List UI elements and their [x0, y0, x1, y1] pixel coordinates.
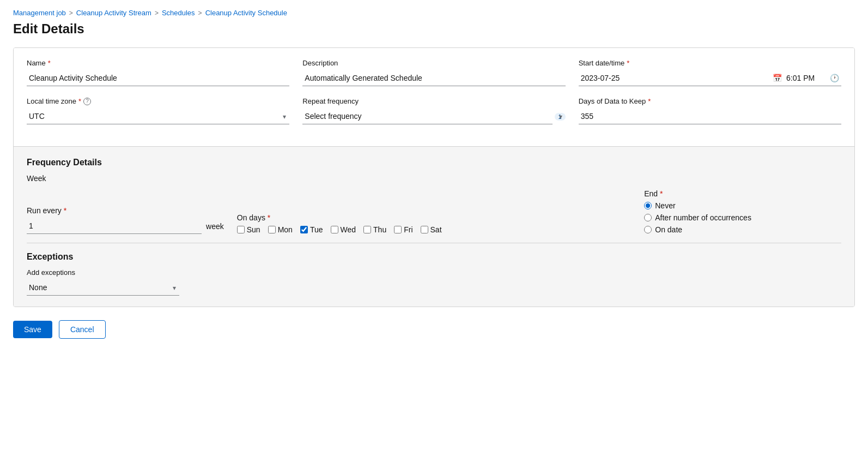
day-sun-checkbox[interactable]: [237, 226, 245, 233]
end-after-label: After number of occurrences: [655, 213, 751, 222]
freq-divider: [27, 243, 841, 243]
frequency-details-section: Frequency Details Week Run every * week …: [14, 147, 854, 307]
timezone-label: Local time zone * ?: [27, 97, 289, 105]
cancel-button[interactable]: Cancel: [59, 320, 106, 339]
end-option-on-date[interactable]: On date: [644, 225, 841, 234]
end-option-after[interactable]: After number of occurrences: [644, 213, 841, 222]
start-datetime-group: Start date/time * 📅 🕐: [579, 59, 841, 86]
exceptions-select-wrapper: None Daily Weekly ▾: [27, 280, 179, 296]
breadcrumb-schedules[interactable]: Schedules: [162, 9, 195, 17]
breadcrumb-sep-2: >: [155, 9, 159, 17]
timezone-select[interactable]: UTC US/Eastern US/Pacific US/Central: [27, 109, 289, 124]
days-required: *: [648, 97, 651, 105]
name-group: Name *: [27, 59, 289, 86]
day-tue-checkbox[interactable]: [300, 226, 308, 233]
breadcrumb-sep-3: >: [198, 9, 202, 17]
breadcrumb-cleanup-stream[interactable]: Cleanup Activity Stream: [76, 9, 151, 17]
days-of-data-group: Days of Data to Keep *: [579, 97, 841, 124]
repeat-frequency-group: Repeat frequency Select frequency Minute…: [302, 97, 565, 124]
end-group: End * Never After number of occurrences …: [644, 189, 841, 234]
day-mon[interactable]: Mon: [268, 225, 293, 234]
breadcrumb-sep-1: >: [69, 9, 73, 17]
day-fri[interactable]: Fri: [394, 225, 412, 234]
repeat-frequency-wrapper: Select frequency Minute Hour Day Week Mo…: [302, 109, 565, 124]
name-required: *: [48, 59, 51, 67]
exceptions-select[interactable]: None Daily Weekly: [27, 280, 179, 296]
end-options: Never After number of occurrences On dat…: [644, 201, 841, 234]
breadcrumb-current: Cleanup Activity Schedule: [205, 9, 287, 17]
day-sun-label: Sun: [247, 225, 260, 234]
end-never-label: Never: [655, 201, 675, 210]
save-button[interactable]: Save: [13, 321, 52, 338]
on-days-group: On days * Sun Mon Tue: [237, 213, 632, 234]
form-row-1: Name * Description Start date/time * 📅: [27, 59, 841, 86]
name-label: Name *: [27, 59, 289, 67]
run-row: Run every * week On days * Sun: [27, 189, 841, 234]
timezone-help-icon[interactable]: ?: [83, 98, 91, 105]
run-every-input[interactable]: [27, 218, 202, 234]
end-on-date-radio[interactable]: [644, 226, 652, 233]
end-on-date-label: On date: [655, 225, 682, 234]
exceptions-title: Exceptions: [27, 252, 841, 262]
day-thu-label: Thu: [373, 225, 386, 234]
day-wed-checkbox[interactable]: [331, 226, 338, 233]
add-exceptions-group: Add exceptions None Daily Weekly ▾: [27, 268, 179, 296]
run-every-unit: week: [206, 222, 224, 231]
add-exceptions-label: Add exceptions: [27, 268, 179, 277]
timezone-group: Local time zone * ? UTC US/Eastern US/Pa…: [27, 97, 289, 124]
days-checkboxes: Sun Mon Tue Wed: [237, 225, 632, 234]
start-datetime-label: Start date/time *: [579, 59, 841, 67]
description-group: Description: [302, 59, 565, 86]
end-option-never[interactable]: Never: [644, 201, 841, 210]
start-required: *: [627, 59, 629, 67]
day-sun[interactable]: Sun: [237, 225, 260, 234]
days-of-data-input[interactable]: [579, 109, 841, 124]
day-tue-label: Tue: [310, 225, 323, 234]
tz-required: *: [78, 97, 81, 105]
day-sat[interactable]: Sat: [421, 225, 442, 234]
day-thu-checkbox[interactable]: [363, 226, 371, 233]
day-sat-checkbox[interactable]: [421, 226, 428, 233]
run-every-group: Run every * week: [27, 206, 224, 234]
date-time-wrapper: 📅 🕐: [579, 70, 841, 86]
start-time-input[interactable]: [784, 70, 828, 86]
week-label: Week: [27, 174, 841, 183]
end-label: End *: [644, 189, 841, 198]
days-of-data-label: Days of Data to Keep *: [579, 97, 841, 105]
on-days-required: *: [268, 213, 270, 222]
run-every-label: Run every *: [27, 206, 224, 215]
day-wed-label: Wed: [341, 225, 356, 234]
run-every-input-row: week: [27, 218, 224, 234]
start-date-input[interactable]: [579, 70, 770, 86]
day-thu[interactable]: Thu: [363, 225, 386, 234]
day-mon-label: Mon: [278, 225, 293, 234]
day-tue[interactable]: Tue: [300, 225, 323, 234]
repeat-frequency-select[interactable]: Select frequency Minute Hour Day Week Mo…: [302, 109, 552, 124]
day-fri-checkbox[interactable]: [394, 226, 402, 233]
on-days-label: On days *: [237, 213, 632, 222]
frequency-badge: 1: [555, 113, 566, 121]
end-never-radio[interactable]: [644, 202, 652, 209]
actions-row: Save Cancel: [13, 320, 855, 339]
end-required: *: [660, 189, 663, 198]
breadcrumb: Management job > Cleanup Activity Stream…: [13, 9, 855, 17]
repeat-frequency-label: Repeat frequency: [302, 97, 565, 105]
form-top-section: Name * Description Start date/time * 📅: [14, 48, 854, 147]
main-form-card: Name * Description Start date/time * 📅: [13, 47, 855, 307]
calendar-icon[interactable]: 📅: [770, 71, 784, 85]
clock-icon[interactable]: 🕐: [828, 71, 841, 85]
form-row-2: Local time zone * ? UTC US/Eastern US/Pa…: [27, 97, 841, 124]
day-mon-checkbox[interactable]: [268, 226, 276, 233]
description-input[interactable]: [302, 70, 565, 86]
description-label: Description: [302, 59, 565, 67]
day-sat-label: Sat: [430, 225, 442, 234]
frequency-details-title: Frequency Details: [27, 158, 841, 167]
run-every-required: *: [64, 206, 66, 215]
page-title: Edit Details: [13, 21, 855, 37]
end-after-radio[interactable]: [644, 214, 652, 221]
name-input[interactable]: [27, 70, 289, 86]
day-fri-label: Fri: [404, 225, 412, 234]
day-wed[interactable]: Wed: [331, 225, 356, 234]
breadcrumb-management-job[interactable]: Management job: [13, 9, 66, 17]
timezone-select-wrapper: UTC US/Eastern US/Pacific US/Central ▾: [27, 109, 289, 124]
